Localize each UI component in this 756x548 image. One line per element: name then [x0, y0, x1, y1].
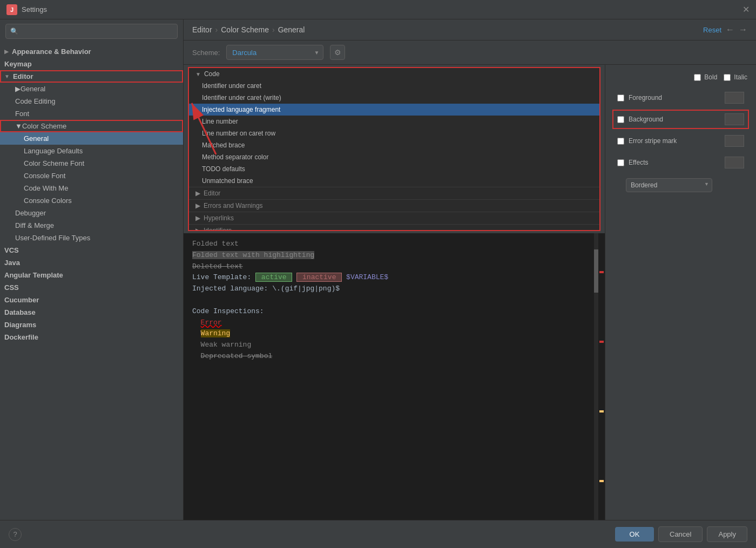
- sidebar-item-user-defined[interactable]: User-Defined File Types: [0, 232, 183, 244]
- tree-group-errors-warnings[interactable]: ▶ Errors and Warnings: [189, 199, 599, 212]
- forward-button[interactable]: →: [739, 25, 747, 35]
- tree-item-label: Identifier under caret (write): [202, 94, 281, 102]
- scheme-select-wrapper: Darcula IntelliJ Light High Contrast: [226, 45, 323, 60]
- right-options: Bold Italic: [614, 73, 747, 81]
- sidebar-item-diagrams[interactable]: Diagrams: [0, 319, 183, 331]
- tree-group-label: Editor: [204, 190, 220, 197]
- bold-checkbox[interactable]: [694, 74, 701, 81]
- effects-color-swatch[interactable]: [725, 157, 744, 168]
- preview-line-injected: Injected language: \.(gif|jpg|png)$: [192, 283, 596, 295]
- breadcrumb-sep2: ›: [272, 25, 275, 34]
- tree-item-matched-brace[interactable]: Matched brace: [189, 139, 599, 151]
- titlebar: J Settings ✕: [0, 0, 756, 19]
- preview-line-blank: [192, 295, 596, 306]
- settings-window: J Settings ✕ ▶ Appearance & Behavior Key…: [0, 0, 756, 548]
- background-checkbox[interactable]: [617, 116, 624, 123]
- bottom-bar: ? OK Cancel Apply: [0, 520, 756, 548]
- back-button[interactable]: ←: [726, 25, 734, 35]
- error-marker: [599, 271, 604, 273]
- sidebar-item-dockerfile[interactable]: Dockerfile: [0, 331, 183, 343]
- sidebar-item-appearance[interactable]: ▶ Appearance & Behavior: [0, 45, 183, 58]
- sidebar-item-console-font[interactable]: Console Font: [0, 170, 183, 182]
- tree-group-identifiers[interactable]: ▶ Identifiers: [189, 224, 599, 230]
- right-panel: Bold Italic Foreground: [605, 65, 756, 520]
- apply-button[interactable]: Apply: [707, 526, 747, 542]
- effects-row: Effects: [614, 154, 747, 171]
- preview-line-inspections: Code Inspections:: [192, 306, 596, 317]
- sidebar-item-general[interactable]: ▶ General: [0, 83, 183, 95]
- italic-checkbox[interactable]: [724, 74, 731, 81]
- tree-item-unmatched-brace[interactable]: Unmatched brace: [189, 175, 599, 187]
- cancel-button[interactable]: Cancel: [658, 526, 703, 542]
- sidebar-item-general2[interactable]: General: [0, 132, 183, 145]
- tree-item-line-number[interactable]: Line number: [189, 116, 599, 127]
- breadcrumb-editor: Editor: [192, 25, 212, 34]
- sidebar-item-code-editing[interactable]: Code Editing: [0, 95, 183, 107]
- sidebar-item-language-defaults[interactable]: Language Defaults: [0, 145, 183, 157]
- bold-checkbox-label[interactable]: Bold: [694, 73, 717, 81]
- ok-button[interactable]: OK: [615, 527, 654, 542]
- tree-item-label: Line number: [202, 118, 238, 125]
- sidebar-item-diff-merge[interactable]: Diff & Merge: [0, 219, 183, 232]
- tree-group-label: Identifiers: [204, 227, 232, 230]
- scheme-select[interactable]: Darcula IntelliJ Light High Contrast: [226, 45, 323, 60]
- gear-button[interactable]: ⚙: [330, 45, 345, 60]
- breadcrumb-actions: Reset ← →: [703, 25, 747, 35]
- dialog-body: ▶ Appearance & Behavior Keymap ▼ Editor …: [0, 19, 756, 520]
- tree-item-line-number-caret[interactable]: Line number on caret row: [189, 127, 599, 139]
- tree-item-injected-language[interactable]: Injected language fragment: [189, 104, 599, 116]
- effects-select[interactable]: Bordered Underscored Bold underscored Un…: [626, 178, 712, 192]
- italic-checkbox-label[interactable]: Italic: [724, 73, 747, 81]
- tree-item-label: Matched brace: [202, 141, 245, 149]
- preview-scrollbar-thumb: [594, 249, 598, 293]
- sidebar-item-debugger[interactable]: Debugger: [0, 207, 183, 219]
- tree-group-label: Errors and Warnings: [204, 202, 263, 209]
- error-marker2: [599, 341, 604, 343]
- tree-item-label: Identifier under caret: [202, 82, 261, 90]
- reset-button[interactable]: Reset: [703, 26, 721, 34]
- sidebar-item-color-scheme-font[interactable]: Color Scheme Font: [0, 157, 183, 170]
- error-stripe-label: Error stripe mark: [629, 137, 720, 145]
- foreground-checkbox[interactable]: [617, 94, 624, 102]
- sidebar-item-keymap[interactable]: Keymap: [0, 58, 183, 70]
- effects-dropdown-row: Bordered Underscored Bold underscored Un…: [626, 176, 747, 192]
- tree-item-identifier-caret-write[interactable]: Identifier under caret (write): [189, 92, 599, 104]
- sidebar-item-editor[interactable]: ▼ Editor: [0, 70, 183, 83]
- sidebar-item-angular[interactable]: Angular Template: [0, 269, 183, 281]
- help-button[interactable]: ?: [9, 528, 22, 541]
- search-input[interactable]: [10, 28, 173, 35]
- close-button[interactable]: ✕: [742, 4, 750, 15]
- sidebar-item-css[interactable]: CSS: [0, 281, 183, 294]
- preview-line-error: Error: [192, 317, 596, 329]
- effects-checkbox[interactable]: [617, 159, 624, 166]
- error-stripe-color-swatch[interactable]: [725, 135, 744, 147]
- tree-item-method-separator[interactable]: Method separator color: [189, 151, 599, 163]
- background-color-swatch[interactable]: [725, 113, 744, 125]
- sidebar-item-font[interactable]: Font: [0, 107, 183, 120]
- error-stripe-checkbox[interactable]: [617, 138, 624, 145]
- sidebar-item-color-scheme[interactable]: ▼ Color Scheme: [0, 120, 183, 132]
- tree-item-todo[interactable]: TODO defaults: [189, 163, 599, 175]
- tree-group-editor[interactable]: ▶ Editor: [189, 187, 599, 199]
- tree-arrow: ▼: [195, 71, 201, 77]
- warning-marker: [599, 410, 604, 412]
- expand-arrow: ▼: [15, 122, 22, 130]
- sidebar-item-vcs[interactable]: VCS: [0, 244, 183, 256]
- foreground-color-swatch[interactable]: [725, 92, 744, 104]
- sidebar-item-cucumber[interactable]: Cucumber: [0, 294, 183, 306]
- effects-select-wrapper: Bordered Underscored Bold underscored Un…: [626, 176, 712, 192]
- tree-item-identifier-caret[interactable]: Identifier under caret: [189, 80, 599, 92]
- sidebar-item-code-with-me[interactable]: Code With Me: [0, 182, 183, 194]
- tree-container: ▼ Code Identifier under caret Identifier…: [188, 67, 600, 231]
- sidebar-item-java[interactable]: Java: [0, 256, 183, 269]
- search-box[interactable]: [5, 24, 178, 39]
- preview-scrollbar[interactable]: [594, 233, 598, 520]
- sidebar-item-database[interactable]: Database: [0, 306, 183, 319]
- tree-group-code[interactable]: ▼ Code: [189, 68, 599, 80]
- tree-group-hyperlinks[interactable]: ▶ Hyperlinks: [189, 212, 599, 224]
- content-area: ▼ Code Identifier under caret Identifier…: [184, 65, 756, 520]
- tree-item-label: Method separator color: [202, 153, 268, 161]
- nav-tree: ▶ Appearance & Behavior Keymap ▼ Editor …: [0, 43, 183, 520]
- tree-arrow: ▶: [195, 190, 200, 197]
- sidebar-item-console-colors[interactable]: Console Colors: [0, 194, 183, 207]
